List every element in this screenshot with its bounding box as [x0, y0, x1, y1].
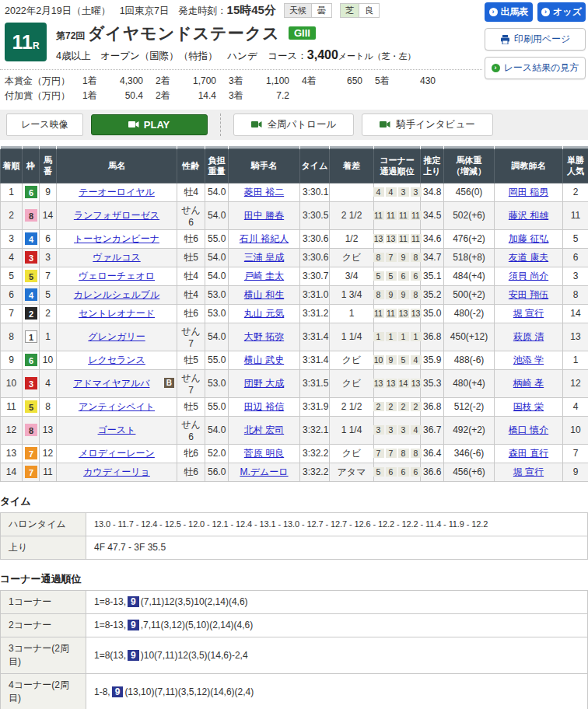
horse-name-link[interactable]: グレンガリー	[88, 331, 145, 342]
trainer-cell: 須貝 尚介	[495, 267, 563, 285]
jockey-cell: 菱田 裕二	[229, 183, 300, 201]
jockey-link[interactable]: M.デムーロ	[240, 466, 288, 477]
jockey-link[interactable]: 北村 宏司	[244, 424, 284, 435]
corner-pos: 14	[398, 379, 409, 388]
jockey-link[interactable]: 菅原 明良	[244, 448, 284, 459]
body-weight: 502(+6)	[444, 201, 495, 229]
corner-pos: 5	[373, 271, 384, 281]
horse-name-link[interactable]: テーオーロイヤル	[79, 187, 155, 197]
trainer-link[interactable]: 柄崎 孝	[513, 378, 544, 389]
race-number-box: 11R	[5, 23, 47, 61]
trainer-link[interactable]: 池添 学	[513, 354, 544, 365]
race-result-page: › 出馬表 › オッズ 印刷用ページ › レース結果の見方 2022年2月19日…	[0, 0, 588, 709]
horse-name-link[interactable]: ランフォザローゼス	[74, 210, 159, 221]
horse-name-link[interactable]: アンティシペイト	[79, 401, 155, 412]
horse-name-cell: ランフォザローゼス	[57, 201, 177, 229]
finish-position: 7	[1, 304, 23, 323]
corner-pos: 3	[373, 425, 384, 435]
horse-number: 13	[40, 416, 57, 444]
body-weight: 500(+2)	[444, 285, 495, 304]
horse-name-link[interactable]: メロディーレーン	[79, 448, 155, 459]
horse-name-cell: アンティシペイト	[57, 397, 177, 416]
trainer-link[interactable]: 岡田 稲男	[509, 187, 548, 197]
jockey-link[interactable]: 戸崎 圭太	[244, 271, 284, 281]
odds-button[interactable]: › オッズ	[537, 2, 586, 22]
bracket-cell: 8	[23, 201, 40, 229]
trainer-link[interactable]: 堀 宣行	[513, 466, 544, 477]
result-guide-button[interactable]: › レース結果の見方	[485, 57, 586, 79]
bracket-cell: 2	[23, 304, 40, 323]
horse-name-link[interactable]: トーセンカンビーナ	[74, 233, 159, 244]
sex-age: 牡6	[177, 229, 205, 248]
win-popularity: 4	[563, 397, 588, 416]
horse-name-link[interactable]: カレンルシェルブル	[74, 289, 160, 300]
jockey-link[interactable]: 菱田 裕二	[244, 187, 284, 197]
jockey-link[interactable]: 石川 裕紀人	[240, 233, 289, 244]
estimated-agari: 35.3	[421, 369, 444, 397]
carried-weight: 55.0	[205, 397, 229, 416]
finish-position: 13	[1, 444, 23, 463]
col-jockey: 騎手名	[229, 148, 300, 183]
trainer-link[interactable]: 加藤 征弘	[509, 233, 548, 244]
blinker-badge: B	[164, 378, 174, 388]
sex-age: せん7	[177, 323, 205, 351]
trainer-link[interactable]: 萩原 清	[513, 331, 544, 342]
jockey-link[interactable]: 三浦 皇成	[244, 252, 284, 263]
corner-pos: 11	[398, 211, 409, 220]
added-prize-row: 付加賞（万円） 1着50.4 2着14.4 3着7.2	[5, 89, 478, 103]
margin: 1 3/4	[330, 285, 374, 304]
jockey-link[interactable]: 田中 勝春	[244, 210, 284, 221]
finish-time: 3:31.5	[300, 369, 330, 397]
jockey-link[interactable]: 大野 拓弥	[244, 331, 284, 342]
jockey-link[interactable]: 横山 武史	[244, 354, 284, 365]
margin: 1/2	[330, 229, 374, 248]
horse-name-link[interactable]: カウディーリョ	[83, 466, 150, 477]
margin: アタマ	[330, 463, 374, 481]
trainer-link[interactable]: 須貝 尚介	[509, 271, 548, 281]
winner-highlight: 9	[112, 686, 124, 697]
horse-name-link[interactable]: ヴァルコス	[93, 252, 140, 263]
horse-name-link[interactable]: ヴェローチェオロ	[79, 271, 155, 281]
agari-label: 上り	[1, 536, 86, 559]
horse-number: 10	[40, 351, 57, 369]
body-weight: 512(-2)	[444, 397, 495, 416]
patrol-video-button[interactable]: 全周パトロール	[233, 114, 355, 136]
horse-name-link[interactable]: セントレオナード	[79, 308, 155, 319]
trainer-link[interactable]: 安田 翔伍	[509, 289, 548, 300]
trainer-link[interactable]: 橋口 慎介	[509, 424, 548, 435]
corner-pos: 13	[411, 309, 422, 318]
jockey-link[interactable]: 田辺 裕信	[244, 401, 284, 412]
corner-order-cell: 1 1 1 1	[374, 323, 421, 351]
jockey-cell: 団野 大成	[229, 369, 300, 397]
estimated-agari: 36.8	[421, 397, 444, 416]
corner-pos: 9	[398, 253, 409, 262]
jockey-link[interactable]: 団野 大成	[244, 378, 284, 389]
start-time-value: 15時45分	[227, 3, 276, 16]
corner-pos: 4	[373, 187, 384, 197]
shutsuba-label: 出馬表	[501, 5, 529, 19]
jockey-link[interactable]: 横山 和生	[244, 289, 284, 300]
jockey-cell: 田辺 裕信	[229, 397, 300, 416]
finish-time: 3:30.6	[300, 248, 330, 267]
trainer-link[interactable]: 森田 直行	[509, 448, 548, 459]
horse-name-link[interactable]: アドマイヤアルバ	[73, 378, 149, 389]
corner-pos: 8	[373, 253, 384, 262]
play-button[interactable]: PLAY	[91, 114, 208, 135]
trainer-link[interactable]: 藤沢 和雄	[509, 210, 548, 221]
print-page-button[interactable]: 印刷用ページ	[485, 28, 586, 51]
trainer-link[interactable]: 友道 康夫	[509, 252, 548, 263]
corner-order-cell: 5 5 6 6	[374, 267, 421, 285]
trainer-link[interactable]: 国枝 栄	[513, 401, 544, 412]
race-number: 11	[12, 31, 32, 54]
corner-order-text: 1=8-13,	[94, 620, 126, 630]
jockey-interview-button[interactable]: 騎手インタビュー	[362, 114, 492, 136]
trainer-link[interactable]: 堀 宣行	[513, 308, 544, 319]
horse-name-link[interactable]: レクセランス	[88, 354, 145, 365]
horse-name-link[interactable]: ゴースト	[98, 424, 136, 435]
result-row: 10 3 4 アドマイヤアルバ B せん7 53.0 団野 大成 3:31.5 …	[1, 369, 588, 397]
corner-pos: 2	[398, 402, 409, 411]
jockey-link[interactable]: 丸山 元気	[244, 308, 284, 319]
bracket-cell: 7	[23, 444, 40, 463]
shutsuba-button[interactable]: › 出馬表	[485, 2, 533, 22]
estimated-agari: 35.9	[421, 351, 444, 369]
